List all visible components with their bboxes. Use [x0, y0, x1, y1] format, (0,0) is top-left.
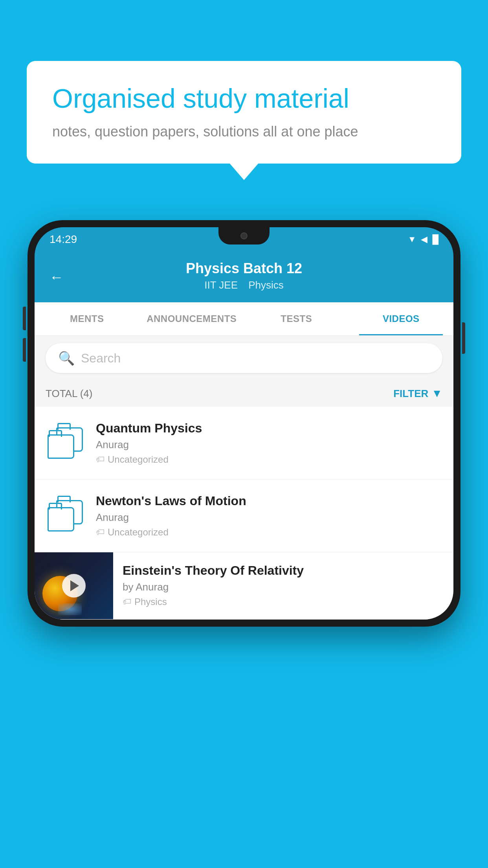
phone-outer: 14:29 ▼ ◀ █ ← Physics Batch 12 IIT JEE P…: [28, 220, 460, 627]
item-info: Newton's Laws of Motion Anurag 🏷 Uncateg…: [96, 494, 442, 538]
wifi-icon: ▼: [408, 234, 416, 245]
filter-button[interactable]: FILTER ▼: [393, 387, 442, 400]
item-author: by Anurag: [123, 581, 444, 593]
camera-notch: [218, 227, 270, 245]
tag-label: Uncategorized: [108, 454, 169, 465]
item-title: Quantum Physics: [96, 421, 442, 436]
filter-label: FILTER: [393, 388, 428, 400]
search-icon: 🔍: [58, 350, 75, 366]
phone-screen: 14:29 ▼ ◀ █ ← Physics Batch 12 IIT JEE P…: [35, 227, 453, 620]
item-author: Anurag: [96, 439, 442, 451]
app-header: ← Physics Batch 12 IIT JEE Physics: [35, 252, 453, 302]
search-placeholder: Search: [81, 351, 121, 366]
tab-bar: MENTS ANNOUNCEMENTS TESTS VIDEOS: [35, 302, 453, 336]
item-info: Quantum Physics Anurag 🏷 Uncategorized: [96, 421, 442, 465]
search-box[interactable]: 🔍 Search: [46, 343, 442, 373]
bubble-subtitle: notes, question papers, solutions all at…: [52, 123, 436, 140]
search-container: 🔍 Search: [35, 336, 453, 380]
tab-documents[interactable]: MENTS: [35, 302, 139, 335]
item-author: Anurag: [96, 511, 442, 524]
filter-bar: TOTAL (4) FILTER ▼: [35, 380, 453, 407]
item-tag: 🏷 Uncategorized: [96, 454, 442, 465]
item-info: Einstein's Theory Of Relativity by Anura…: [113, 552, 453, 618]
list-item[interactable]: Quantum Physics Anurag 🏷 Uncategorized: [35, 407, 453, 480]
status-bar: 14:29 ▼ ◀ █: [35, 227, 453, 252]
tab-tests[interactable]: TESTS: [244, 302, 349, 335]
tag-icon: 🏷: [96, 527, 105, 537]
filter-icon: ▼: [431, 387, 442, 400]
battery-icon: █: [432, 234, 438, 245]
tag-icon: 🏷: [123, 597, 131, 607]
folder-icon-wrap: [46, 496, 85, 535]
subject-label: Physics: [248, 279, 284, 291]
folder-icon: [48, 500, 83, 531]
item-tag: 🏷 Physics: [123, 596, 444, 607]
folder-front: [48, 507, 74, 531]
list-item[interactable]: Einstein's Theory Of Relativity by Anura…: [35, 552, 453, 620]
video-thumbnail: [35, 552, 113, 619]
video-list: Quantum Physics Anurag 🏷 Uncategorized: [35, 407, 453, 620]
item-title: Newton's Laws of Motion: [96, 494, 442, 508]
play-icon: [70, 580, 79, 591]
folder-icon-wrap: [46, 423, 85, 463]
header-title: Physics Batch 12: [50, 260, 438, 277]
folder-front: [48, 434, 74, 459]
front-camera: [240, 232, 248, 239]
header-subtitle: IIT JEE Physics: [50, 279, 438, 291]
status-icons: ▼ ◀ █: [408, 234, 438, 245]
item-tag: 🏷 Uncategorized: [96, 527, 442, 538]
bubble-title: Organised study material: [52, 83, 436, 115]
volume-down-button: [23, 338, 26, 362]
speech-bubble-section: Organised study material notes, question…: [27, 61, 461, 164]
tab-videos[interactable]: VIDEOS: [349, 302, 454, 335]
phone-mockup: 14:29 ▼ ◀ █ ← Physics Batch 12 IIT JEE P…: [28, 220, 460, 627]
tag-label: Uncategorized: [108, 527, 169, 538]
total-count: TOTAL (4): [46, 388, 92, 400]
speech-bubble: Organised study material notes, question…: [27, 61, 461, 164]
power-button: [462, 322, 465, 354]
glow-effect: [58, 603, 82, 615]
course-label: IIT JEE: [204, 279, 238, 291]
list-item[interactable]: Newton's Laws of Motion Anurag 🏷 Uncateg…: [35, 480, 453, 552]
tag-label: Physics: [134, 596, 167, 607]
volume-up-button: [23, 307, 26, 330]
back-button[interactable]: ←: [50, 269, 64, 285]
item-title: Einstein's Theory Of Relativity: [123, 563, 444, 578]
signal-icon: ◀: [421, 234, 427, 245]
folder-icon: [48, 427, 83, 459]
tag-icon: 🏷: [96, 454, 105, 465]
tab-announcements[interactable]: ANNOUNCEMENTS: [139, 302, 244, 335]
play-button[interactable]: [62, 574, 86, 598]
status-time: 14:29: [50, 233, 77, 246]
